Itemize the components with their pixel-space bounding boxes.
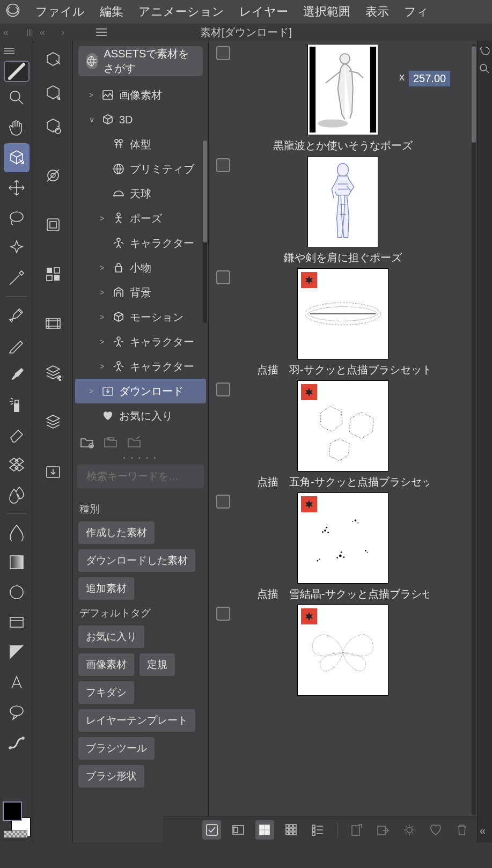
material-thumbnail[interactable] (297, 380, 388, 472)
tree-scrollbar[interactable] (203, 141, 207, 323)
brush-tool-icon[interactable] (4, 361, 30, 389)
shape-tool-icon[interactable] (4, 578, 30, 607)
frame-tool-icon[interactable] (4, 608, 30, 637)
tree-item[interactable]: 天球 (75, 181, 206, 206)
search-box[interactable] (77, 465, 204, 488)
pen-tool-icon[interactable] (4, 300, 30, 329)
subtool-cubeedit-icon[interactable] (39, 77, 67, 108)
filter-tag[interactable]: お気に入り (78, 626, 144, 648)
blend-tool-icon[interactable] (4, 481, 30, 510)
material-thumbnail[interactable] (307, 44, 378, 135)
tree-item[interactable]: 体型 (75, 132, 206, 157)
material-checkbox[interactable] (216, 158, 230, 172)
object-tool-icon[interactable] (4, 143, 30, 172)
search-input[interactable] (87, 470, 214, 482)
subtool-target-icon[interactable] (39, 160, 67, 191)
tree-item[interactable]: >キャラクター (75, 354, 206, 379)
material-thumbnail[interactable] (297, 605, 388, 696)
material-item[interactable]: 点描 羽-サクッと点描ブラシセット (209, 268, 477, 377)
tree-item[interactable]: >背景 (75, 280, 206, 305)
move-tool-icon[interactable] (4, 173, 30, 202)
nav-next-icon[interactable]: › (61, 27, 64, 38)
filter-tag[interactable]: フキダシ (78, 681, 134, 704)
material-checkbox[interactable] (216, 46, 230, 60)
subtool-cursor-icon[interactable] (39, 44, 67, 75)
tree-item[interactable]: >ポーズ (75, 206, 206, 231)
fg-color-swatch[interactable] (3, 801, 22, 821)
favorite-icon[interactable] (426, 820, 445, 840)
tree-item[interactable]: >画像素材 (75, 83, 206, 107)
menu-item[interactable]: レイヤー (239, 4, 288, 20)
filter-tag[interactable]: ブラシ形状 (78, 765, 144, 788)
menu-item[interactable]: 選択範囲 (303, 4, 350, 20)
nav-grip-icon[interactable]: ⫼ (25, 27, 34, 38)
view-list-icon[interactable] (308, 820, 327, 840)
correct-tool-icon[interactable] (4, 728, 30, 757)
tree-item[interactable]: ∨3D (75, 107, 206, 132)
tree-item[interactable]: お気に入り (75, 403, 206, 428)
material-item[interactable]: 点描 雪結晶-サクッと点描ブラシセット (209, 492, 477, 601)
transparent-swatch[interactable] (4, 830, 27, 838)
view-check-icon[interactable] (202, 820, 221, 840)
ruler-tool-icon[interactable] (4, 638, 30, 667)
subtool-layers-icon[interactable] (39, 407, 67, 438)
material-thumbnail[interactable] (307, 156, 378, 247)
material-item[interactable]: 黒龍波とか使いそうなポーズ (209, 44, 477, 153)
view-large-grid-icon[interactable] (255, 820, 274, 840)
pattern-tool-icon[interactable] (4, 451, 30, 480)
eraser-tool-icon[interactable] (4, 421, 30, 450)
filter-tag[interactable]: 定規 (139, 653, 175, 676)
material-settings-icon[interactable] (400, 820, 418, 840)
panel-menu-icon[interactable] (96, 28, 107, 39)
subtool-film-icon[interactable] (39, 308, 67, 339)
zoom-tool-icon[interactable] (4, 83, 30, 112)
menu-item[interactable]: 表示 (365, 4, 389, 20)
tree-item[interactable]: >キャラクター (75, 329, 206, 354)
gradient-tool-icon[interactable] (4, 548, 30, 577)
hand-tool-icon[interactable] (4, 113, 30, 142)
material-checkbox[interactable] (216, 607, 230, 621)
filter-tag[interactable]: 画像素材 (78, 653, 134, 676)
material-thumbnail[interactable] (297, 268, 388, 359)
undo-icon[interactable] (479, 45, 490, 58)
tree-item[interactable]: >モーション (75, 305, 206, 329)
toolbar-menu-icon[interactable] (3, 47, 15, 55)
filter-tag[interactable]: レイヤーテンプレート (78, 709, 195, 732)
text-tool-icon[interactable] (4, 668, 30, 697)
filter-tag[interactable]: 追加素材 (78, 577, 134, 600)
tree-item[interactable]: プリミティブ (75, 157, 206, 181)
menu-item[interactable]: ファイル (35, 4, 85, 20)
color-swatches[interactable] (2, 800, 32, 838)
view-detail-icon[interactable] (229, 820, 247, 840)
view-small-grid-icon[interactable] (282, 820, 300, 840)
resize-grip-icon[interactable]: • • • • • (73, 455, 208, 461)
filter-tag[interactable]: 作成した素材 (78, 521, 155, 544)
register-material-icon[interactable] (373, 820, 392, 840)
lasso-tool-icon[interactable] (4, 203, 30, 232)
eyedropper-tool-icon[interactable] (4, 263, 30, 292)
search-mini-icon[interactable] (479, 63, 490, 76)
material-item[interactable] (209, 605, 477, 696)
new-folder-icon[interactable] (79, 435, 94, 452)
wand-tool-icon[interactable] (4, 233, 30, 262)
subtool-grid-icon[interactable] (39, 259, 67, 290)
grid-scrollbar[interactable] (472, 44, 476, 815)
subtool-layers-dots-icon[interactable] (39, 357, 67, 388)
collapse-right-icon[interactable]: « (480, 825, 486, 837)
subtool-download-icon[interactable] (39, 456, 67, 487)
filter-tag[interactable]: ブラシツール (78, 737, 155, 760)
material-item[interactable]: 鎌や剣を肩に担ぐポーズ (209, 156, 477, 265)
tree-item[interactable]: キャラクター (75, 231, 206, 255)
material-checkbox[interactable] (216, 270, 230, 284)
assets-search-button[interactable]: ASSETSで素材をさがす (78, 46, 203, 76)
airbrush-tool-icon[interactable] (4, 391, 30, 420)
pencil-tool-icon[interactable] (4, 330, 30, 359)
balloon-tool-icon[interactable] (4, 698, 30, 727)
tree-item[interactable]: >ダウンロード (75, 379, 206, 403)
menu-item[interactable]: アニメーション (138, 4, 224, 20)
menu-item[interactable]: 編集 (100, 4, 123, 20)
material-checkbox[interactable] (216, 495, 230, 509)
paste-material-icon[interactable] (347, 820, 366, 840)
menu-item[interactable]: フィ (404, 4, 429, 20)
material-thumbnail[interactable] (297, 492, 388, 584)
